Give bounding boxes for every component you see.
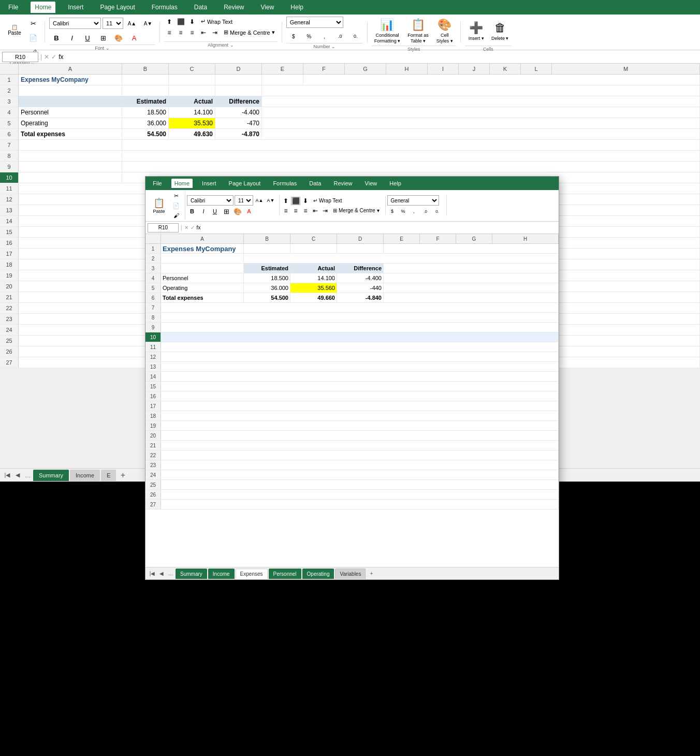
outer-sheet-tab-income[interactable]: Income [70,470,100,481]
outer-cell-A4[interactable]: Personnel [19,107,122,118]
inner-tab-insert[interactable]: Insert [199,179,220,188]
inner-align-bottom-button[interactable]: ⬇ [301,197,310,205]
outer-cell-D3[interactable]: Difference [215,96,262,107]
outer-italic-button[interactable]: I [65,31,79,45]
inner-decimal-inc-button[interactable]: .0 [420,207,431,216]
outer-cell-styles-button[interactable]: 🎨 CellStyles ▾ [433,17,456,46]
outer-col-H[interactable]: H [386,64,428,74]
inner-tab-formulas[interactable]: Formulas [270,179,300,188]
inner-tab-home[interactable]: Home [171,179,193,188]
outer-cell-D6[interactable]: -4.870 [215,129,262,139]
outer-currency-button[interactable]: $ [286,30,301,43]
outer-cell-C6[interactable]: 49.630 [169,129,215,139]
outer-insert-button[interactable]: ➕ Insert ▾ [465,17,488,46]
outer-cell-E2[interactable] [262,85,700,96]
inner-format-painter-button[interactable]: 🖌 [170,211,182,220]
outer-font-decrease-button[interactable]: A▼ [141,17,155,30]
inner-col-H[interactable]: H [492,234,559,243]
inner-cell-D3[interactable]: Difference [337,264,384,273]
inner-col-G[interactable]: G [456,234,492,243]
inner-align-middle-button[interactable]: ⬛ [291,197,300,205]
inner-align-center-button[interactable]: ≡ [291,207,300,215]
outer-font-color-button[interactable]: A [127,31,141,45]
inner-sheet-tab-expenses[interactable]: Expenses [236,569,268,579]
outer-cell-A1[interactable]: Expenses MyCompany [19,75,122,85]
inner-decimal-dec-button[interactable]: 0. [432,207,443,216]
inner-tab-help[interactable]: Help [386,179,404,188]
outer-align-middle-button[interactable]: ⬛ [176,17,186,26]
inner-cell-A1[interactable]: Expenses MyCompany [161,244,244,253]
inner-add-sheet-button[interactable]: + [367,569,376,578]
inner-cell-A4[interactable]: Personnel [161,273,244,283]
inner-wrap-text-button[interactable]: ↵ Wrap Text [311,196,345,205]
outer-tab-review[interactable]: Review [220,2,248,13]
outer-col-C[interactable]: C [169,64,215,74]
outer-col-B[interactable]: B [122,64,169,74]
inner-col-D[interactable]: D [337,234,384,243]
outer-cell-A9[interactable] [19,162,122,172]
inner-currency-button[interactable]: $ [387,207,398,216]
outer-cell-C3[interactable]: Actual [169,96,215,107]
outer-function-icon[interactable]: fx [59,53,63,61]
outer-col-D[interactable]: D [215,64,262,74]
outer-tab-view[interactable]: View [257,2,279,13]
inner-align-top-button[interactable]: ⬆ [281,197,290,205]
outer-col-G[interactable]: G [345,64,386,74]
inner-sheet-tab-personnel[interactable]: Personnel [269,569,301,579]
inner-fill-color-button[interactable]: 🎨 [232,207,243,216]
inner-tab-review[interactable]: Review [330,179,355,188]
inner-cell-A5[interactable]: Operating [161,283,244,293]
outer-tab-help[interactable]: Help [286,2,308,13]
inner-confirm-icon[interactable]: ✓ [191,225,195,230]
outer-indent-dec-button[interactable]: ⇤ [198,28,209,37]
inner-tab-data[interactable]: Data [306,179,324,188]
inner-col-A[interactable]: A [161,234,244,243]
outer-col-J[interactable]: J [459,64,490,74]
outer-cell-A8[interactable] [19,151,122,161]
inner-tab-pagelayout[interactable]: Page Layout [226,179,264,188]
inner-borders-button[interactable]: ⊞ [221,207,231,216]
outer-cell-E4[interactable] [262,107,700,118]
inner-cell-ref-input[interactable] [148,223,179,232]
inner-cell-A6[interactable]: Total expenses [161,293,244,302]
inner-cell-B3[interactable]: Estimated [244,264,290,273]
inner-cancel-icon[interactable]: ✕ [184,225,188,230]
inner-cell-C5[interactable]: 35.560 [290,283,337,293]
outer-tab-data[interactable]: Data [190,2,211,13]
inner-copy-button[interactable]: 📄 [170,201,182,210]
outer-cell-A10[interactable] [19,172,122,183]
inner-paste-button[interactable]: 📋 Paste [149,195,169,216]
outer-cell-B2[interactable] [122,85,169,96]
outer-cell-A3[interactable] [19,96,122,107]
inner-col-C[interactable]: C [290,234,337,243]
inner-font-color-button[interactable]: A [244,207,254,216]
outer-cell-E3[interactable] [262,96,700,107]
outer-delete-button[interactable]: 🗑 Delete ▾ [489,17,512,46]
inner-tab-nav-first[interactable]: |◀ [148,569,157,578]
outer-tab-home[interactable]: Home [31,2,55,13]
inner-percent-button[interactable]: % [398,207,409,216]
inner-font-select[interactable]: Calibri [187,195,234,206]
outer-cell-E5[interactable] [262,118,700,128]
inner-underline-button[interactable]: U [210,207,220,216]
outer-cell-D1[interactable] [215,75,262,85]
outer-cell-C2[interactable] [169,85,215,96]
outer-formula-input[interactable] [65,52,698,62]
outer-cell-ref-input[interactable] [2,52,38,62]
outer-confirm-icon[interactable]: ✓ [51,53,56,61]
outer-cell-B3[interactable]: Estimated [122,96,169,107]
outer-percent-button[interactable]: % [302,30,316,43]
outer-cell-C4[interactable]: 14.100 [169,107,215,118]
inner-comma-button[interactable]: , [409,207,419,216]
outer-fill-color-button[interactable]: 🎨 [111,31,126,45]
outer-wrap-text-button[interactable]: ↵ Wrap Text [198,17,235,26]
outer-merge-button[interactable]: ⊞ Merge & Centre ▾ [221,27,278,37]
outer-size-select[interactable]: 11 [103,18,123,29]
outer-align-top-button[interactable]: ⬆ [164,17,174,26]
outer-cell-A6[interactable]: Total expenses [19,129,122,139]
inner-bold-button[interactable]: B [187,207,197,216]
outer-col-I[interactable]: I [428,64,459,74]
outer-tab-nav-more[interactable]: … [23,470,33,481]
inner-italic-button[interactable]: I [198,207,209,216]
inner-align-right-button[interactable]: ≡ [301,207,310,215]
